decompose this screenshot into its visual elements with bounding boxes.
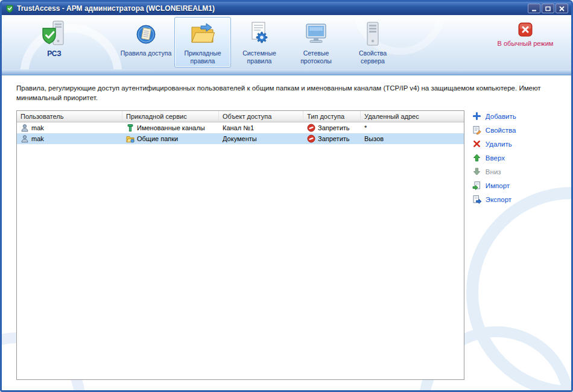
user-name: mak xyxy=(31,135,44,142)
page-description: Правила, регулирующие доступ аутентифици… xyxy=(16,84,557,103)
normal-mode-label: В обычный режим xyxy=(498,40,554,47)
plus-icon xyxy=(472,112,481,121)
action-label: Удалить xyxy=(486,141,512,148)
access-type: Запретить xyxy=(318,135,350,142)
action-move-up[interactable]: Вверх xyxy=(472,153,563,162)
shield-server-icon xyxy=(40,20,68,48)
close-button[interactable] xyxy=(556,4,568,13)
action-label: Добавить xyxy=(486,113,516,120)
service-name: Общие папки xyxy=(137,135,178,142)
action-import[interactable]: Импорт xyxy=(472,181,563,190)
gear-rules-icon xyxy=(247,20,271,48)
toolbar-item-label: Системные правила xyxy=(232,49,287,65)
toolbar-item-label: Правила доступа xyxy=(119,49,173,57)
rules-table: Пользователь Прикладной сервис Объект до… xyxy=(16,110,464,380)
export-icon xyxy=(472,195,481,204)
column-header-service[interactable]: Прикладной сервис xyxy=(122,111,219,122)
action-label: Вниз xyxy=(486,168,501,175)
exit-icon xyxy=(518,22,533,37)
column-header-access[interactable]: Тип доступа xyxy=(303,111,361,122)
normal-mode-button[interactable]: В обычный режим xyxy=(488,17,563,47)
cell-service: Именованные каналы xyxy=(122,122,219,133)
shared-folder-icon xyxy=(126,134,135,143)
toolbar-item-rsz[interactable]: РСЗ xyxy=(15,17,93,68)
toolbar-item-label: Прикладные правила xyxy=(175,49,230,65)
action-export[interactable]: Экспорт xyxy=(472,195,563,204)
folder-rules-icon xyxy=(189,20,216,48)
window-controls xyxy=(528,4,568,13)
toolbar-item-system-rules[interactable]: Системные правила xyxy=(231,17,288,68)
import-icon xyxy=(472,181,481,190)
delete-icon xyxy=(472,139,481,148)
user-name: mak xyxy=(31,124,44,131)
action-delete[interactable]: Удалить xyxy=(472,139,563,148)
action-label: Вверх xyxy=(486,154,505,162)
cell-user: mak xyxy=(17,122,122,133)
app-icon xyxy=(5,4,14,13)
scroll-icon xyxy=(135,20,157,48)
deny-icon xyxy=(307,124,315,132)
table-header: Пользователь Прикладной сервис Объект до… xyxy=(17,111,464,122)
column-header-object[interactable]: Объект доступа xyxy=(219,111,303,122)
toolbar-item-label: РСЗ xyxy=(46,49,63,58)
toolbar-item-label: Сетевые протоколы xyxy=(288,49,344,65)
cell-access: Запретить xyxy=(303,122,361,133)
toolbar-item-access-rules[interactable]: Правила доступа xyxy=(118,17,174,68)
server-icon xyxy=(361,20,385,48)
cell-access: Запретить xyxy=(303,133,361,144)
action-label: Экспорт xyxy=(486,196,511,203)
action-properties[interactable]: Свойства xyxy=(472,125,563,134)
cell-user: mak xyxy=(17,133,122,144)
toolbar-item-applied-rules[interactable]: Прикладные правила xyxy=(174,17,231,68)
content-area: Правила, регулирующие доступ аутентифици… xyxy=(2,75,571,390)
cell-object: Документы xyxy=(219,133,303,144)
column-header-address[interactable]: Удаленный адрес xyxy=(361,111,464,122)
main-row: Пользователь Прикладной сервис Объект до… xyxy=(16,110,563,380)
service-name: Именованные каналы xyxy=(137,124,205,131)
named-pipes-icon xyxy=(126,124,135,132)
action-label: Импорт xyxy=(486,182,510,189)
toolbar: РСЗ Правила доступа xyxy=(2,15,571,69)
table-row[interactable]: mak Общие папки Документы xyxy=(17,133,464,144)
user-icon xyxy=(21,134,29,143)
action-move-down[interactable]: Вниз xyxy=(472,167,563,176)
toolbar-item-network-protocols[interactable]: Сетевые протоколы xyxy=(288,17,344,68)
user-icon xyxy=(21,124,29,132)
toolbar-item-server-properties[interactable]: Свойства сервера xyxy=(344,17,401,68)
cell-object: Канал №1 xyxy=(219,122,303,133)
titlebar: TrustAccess - АРМ администратора (WCLONE… xyxy=(2,2,571,15)
toolbar-item-label: Свойства сервера xyxy=(345,49,400,65)
properties-icon xyxy=(472,125,481,134)
cell-service: Общие папки xyxy=(122,133,219,144)
deny-icon xyxy=(307,134,315,143)
toolbar-divider xyxy=(2,69,571,75)
access-type: Запретить xyxy=(318,124,350,131)
up-arrow-icon xyxy=(472,153,481,162)
column-header-user[interactable]: Пользователь xyxy=(17,111,122,122)
down-arrow-icon xyxy=(472,167,481,176)
actions-panel: Добавить Сво xyxy=(472,110,563,204)
cell-address: * xyxy=(361,122,464,133)
minimize-button[interactable] xyxy=(528,4,540,13)
window-title: TrustAccess - АРМ администратора (WCLONE… xyxy=(17,4,525,13)
network-monitor-icon xyxy=(304,20,328,48)
action-label: Свойства xyxy=(486,127,516,134)
cell-address: Вызов xyxy=(361,133,464,144)
table-row[interactable]: mak Именованные каналы Канал №1 xyxy=(17,122,464,133)
action-add[interactable]: Добавить xyxy=(472,112,563,121)
maximize-button[interactable] xyxy=(542,4,554,13)
app-window: TrustAccess - АРМ администратора (WCLONE… xyxy=(0,0,573,392)
